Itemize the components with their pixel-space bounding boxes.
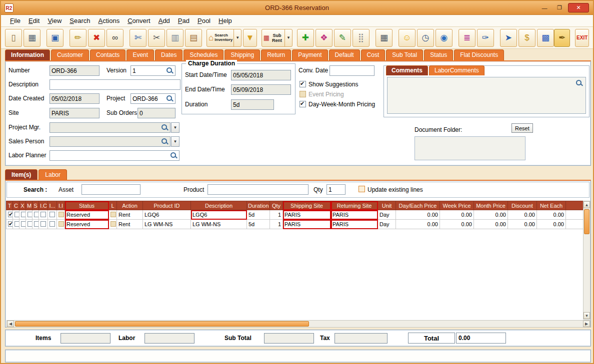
project-field[interactable]: ORD-366: [130, 93, 176, 104]
sub-orders-field[interactable]: 0: [138, 108, 176, 118]
tab-contacts[interactable]: Contacts: [90, 49, 126, 60]
row2-action-cell[interactable]: Rent: [117, 220, 143, 229]
site-field[interactable]: PARIS: [50, 108, 100, 118]
menu-search[interactable]: Search: [66, 15, 94, 26]
row1-select-checkbox[interactable]: [8, 212, 13, 217]
row1-week-price-cell[interactable]: 0.00: [440, 210, 474, 220]
number-field[interactable]: ORD-366: [50, 65, 100, 76]
tab-cost[interactable]: Cost: [361, 49, 386, 60]
sub-rent-dropdown-arrow-icon[interactable]: ▼: [284, 29, 290, 46]
row1-unit-cell[interactable]: Day: [378, 210, 396, 220]
project-mgr-dropdown-arrow-icon[interactable]: ▼: [171, 122, 180, 133]
new-document-button[interactable]: ▯: [5, 29, 22, 47]
row2-select-checkbox[interactable]: [8, 221, 13, 227]
reset-button[interactable]: Reset: [512, 123, 533, 133]
row2-c-checkbox[interactable]: [14, 221, 20, 227]
duration-field[interactable]: 5d: [231, 99, 274, 110]
row1-qty-cell[interactable]: 1: [270, 210, 283, 220]
copy-special-button[interactable]: ✄: [130, 29, 146, 47]
tab-return[interactable]: Return: [261, 49, 291, 60]
row2-week-price-cell[interactable]: 0.00: [440, 220, 474, 229]
tab-items[interactable]: Item(s): [5, 169, 38, 180]
tab-information[interactable]: Information: [5, 49, 50, 60]
update-existing-lines-checkbox[interactable]: [358, 186, 365, 192]
row2-l-checkbox[interactable]: [110, 221, 116, 227]
write-note-button[interactable]: ✑: [477, 29, 494, 47]
tab-payment[interactable]: Payment: [292, 49, 328, 60]
row1-action-cell[interactable]: Rent: [117, 210, 143, 220]
row2-unit-cell[interactable]: Day: [378, 220, 396, 229]
row1-duration-cell[interactable]: 5d: [247, 210, 270, 220]
project-mgr-search-icon[interactable]: [161, 124, 168, 131]
row2-description-cell[interactable]: LG WM-NS: [191, 220, 247, 229]
row1-ii-cell[interactable]: [57, 210, 65, 220]
tab-schedules[interactable]: Schedules: [184, 49, 224, 60]
row2-idot-checkbox[interactable]: [50, 221, 55, 227]
row2-product-id-cell[interactable]: LG WM-NS: [143, 220, 191, 229]
row2-c-cell[interactable]: [13, 220, 20, 229]
row2-l-cell[interactable]: [109, 220, 117, 229]
add-line-button[interactable]: ✚: [297, 29, 314, 47]
tab-default[interactable]: Default: [329, 49, 360, 60]
horizontal-scroll-thumb[interactable]: [15, 321, 309, 327]
sales-person-dropdown-arrow-icon[interactable]: ▼: [171, 136, 180, 147]
row1-x-cell[interactable]: [20, 210, 26, 220]
row1-month-price-cell[interactable]: 0.00: [474, 210, 508, 220]
row2-ic-cell[interactable]: [39, 220, 48, 229]
row1-status-cell[interactable]: Reserved: [65, 210, 109, 220]
row2-ic-checkbox[interactable]: [40, 221, 46, 227]
item-row-2[interactable]: Reserved Rent LG WM-NS LG WM-NS 5d 1 PAR…: [6, 220, 584, 229]
row2-x-checkbox[interactable]: [21, 221, 26, 227]
row1-product-id-cell[interactable]: LGQ6: [143, 210, 191, 220]
row2-discount-cell[interactable]: 0.00: [508, 220, 537, 229]
row1-idot-checkbox[interactable]: [50, 212, 55, 217]
menu-file[interactable]: File: [6, 15, 24, 26]
find-button[interactable]: ∞: [106, 29, 124, 47]
tab-labor[interactable]: Labor: [38, 169, 67, 180]
item-row-1[interactable]: Reserved Rent LGQ6 LGQ6 5d 1 PARIS PARIS…: [6, 210, 584, 220]
save-button[interactable]: ▣: [46, 29, 64, 47]
tab-status[interactable]: Status: [424, 49, 453, 60]
version-field[interactable]: 1: [130, 65, 176, 76]
scroll-down-arrow-icon[interactable]: ▼: [584, 312, 590, 319]
row1-select-cell[interactable]: [6, 210, 13, 220]
minimize-button[interactable]: —: [538, 3, 551, 12]
start-date-field[interactable]: 05/05/2018: [231, 70, 291, 80]
tab-shipping[interactable]: Shipping: [224, 49, 260, 60]
labor-planner-field[interactable]: [50, 150, 180, 161]
search-inventory-button[interactable]: ⌂ Search Inventory ▼: [206, 29, 242, 47]
vertical-scroll-thumb[interactable]: [584, 209, 590, 234]
row1-s-cell[interactable]: [32, 210, 39, 220]
row1-l-cell[interactable]: [109, 210, 117, 220]
row1-s-checkbox[interactable]: [34, 212, 39, 217]
tab-event[interactable]: Event: [126, 49, 154, 60]
items-vertical-scrollbar[interactable]: ▲ ▼: [583, 201, 590, 320]
menu-help[interactable]: Help: [214, 15, 236, 26]
smiley-button[interactable]: ☺: [398, 29, 416, 47]
row2-net-each-cell[interactable]: 0.00: [537, 220, 566, 229]
scroll-right-arrow-icon[interactable]: ▶: [583, 321, 590, 327]
copy-button[interactable]: ▥: [166, 29, 184, 47]
row2-select-cell[interactable]: [6, 220, 13, 229]
sales-person-field[interactable]: [50, 136, 170, 147]
notepad-button[interactable]: ✎: [334, 29, 351, 47]
sales-person-search-icon[interactable]: [161, 138, 168, 145]
row1-m-checkbox[interactable]: [28, 212, 32, 217]
tab-flat-discounts[interactable]: Flat Discounts: [454, 49, 504, 60]
qty-input[interactable]: 1: [326, 184, 346, 195]
globe-button[interactable]: ◉: [436, 29, 452, 47]
comments-textarea[interactable]: [387, 77, 586, 114]
row1-ic-checkbox[interactable]: [40, 212, 46, 217]
cubes-button[interactable]: ▩: [537, 29, 554, 47]
row2-idot-cell[interactable]: [48, 220, 57, 229]
comments-search-icon[interactable]: [576, 79, 583, 87]
show-suggestions-checkbox[interactable]: [300, 81, 306, 87]
row2-ii-checkbox[interactable]: [58, 221, 64, 227]
tab-comments[interactable]: Comments: [386, 65, 428, 75]
menu-pool[interactable]: Pool: [194, 15, 214, 26]
row1-m-cell[interactable]: [26, 210, 32, 220]
wand-button[interactable]: ✒: [554, 29, 570, 47]
row1-c-checkbox[interactable]: [14, 212, 20, 217]
clock-button[interactable]: ◷: [417, 29, 434, 47]
tab-sub-total[interactable]: Sub Total: [386, 49, 423, 60]
